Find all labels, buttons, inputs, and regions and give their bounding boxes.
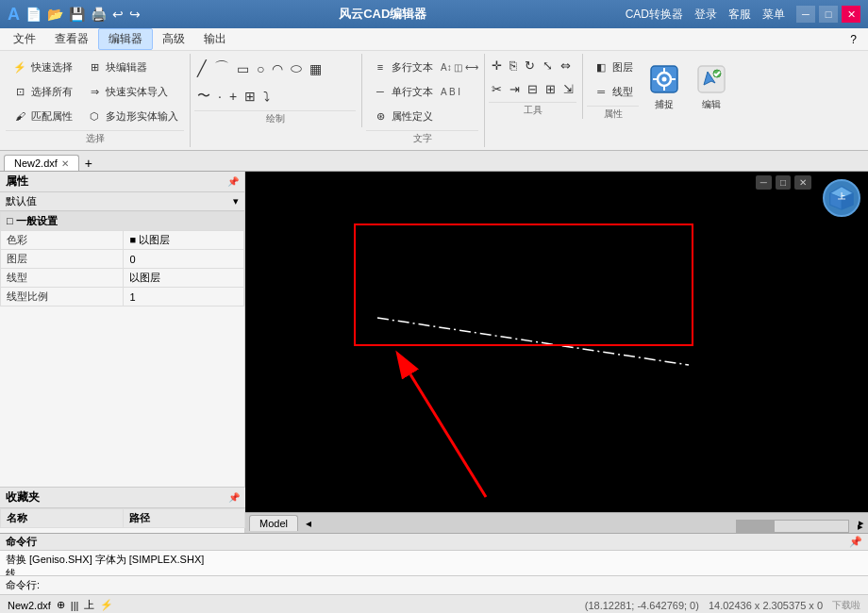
- props-layer-row[interactable]: 图层 0: [1, 250, 244, 269]
- tb-save-icon[interactable]: 💾: [69, 7, 85, 22]
- linetype-btn[interactable]: ═线型: [587, 80, 639, 103]
- draw-point-btn[interactable]: ·: [215, 86, 225, 107]
- status-icon-grid[interactable]: |||: [71, 600, 79, 611]
- tab-close-icon[interactable]: ✕: [61, 158, 69, 169]
- draw-line-btn[interactable]: ╱: [194, 57, 209, 80]
- draw-insert-btn[interactable]: ⤵: [260, 86, 273, 107]
- draw-xline-btn[interactable]: +: [226, 86, 240, 107]
- quick-select-icon: ⚡: [11, 58, 28, 75]
- draw-table-btn[interactable]: ⊞: [242, 86, 259, 107]
- tool-scale-btn[interactable]: ⤡: [540, 56, 556, 75]
- command-title: 命令行: [6, 535, 37, 549]
- menu-output[interactable]: 输出: [194, 29, 236, 49]
- close-button[interactable]: ✕: [842, 6, 860, 23]
- status-left: New2.dxf ⊕ ||| 上 ⚡: [8, 598, 113, 612]
- tool-trim-btn[interactable]: ✂: [489, 79, 505, 99]
- multiline-text-btn[interactable]: ≡多行文本: [366, 56, 439, 78]
- tool-stretch-btn[interactable]: ⇲: [560, 79, 576, 99]
- quick-select-btn[interactable]: ⚡快速选择: [6, 56, 78, 78]
- edit-big-btn[interactable]: 编辑: [690, 59, 733, 116]
- scroll-end-btn[interactable]: ▸: [858, 521, 863, 533]
- cad-converter-btn[interactable]: CAD转换器: [626, 7, 683, 23]
- status-icon-polar[interactable]: ⚡: [100, 599, 113, 611]
- command-pin-icon[interactable]: 📌: [849, 536, 862, 548]
- tab-label: New2.dxf: [14, 157, 58, 169]
- toolbar-group-text: ≡多行文本 A↕ ◫ ⟷ ─单行文本 A B I ⊛属性定义 文字: [364, 54, 485, 147]
- draw-hatch-btn[interactable]: ▦: [307, 58, 325, 79]
- props-ltscale-row[interactable]: 线型比例 1: [1, 288, 244, 306]
- favorites-pin-icon[interactable]: 📌: [228, 492, 240, 503]
- status-icon-snap[interactable]: ⊕: [57, 599, 65, 611]
- attr-define-btn[interactable]: ⊛属性定义: [366, 105, 439, 127]
- select-all-btn[interactable]: ⊡选择所有: [6, 80, 78, 103]
- quick-entity-import-btn[interactable]: ⇒快速实体导入: [80, 80, 174, 103]
- menu-btn[interactable]: 菜单: [762, 7, 785, 23]
- draw-spline-btn[interactable]: 〜: [194, 85, 213, 108]
- add-tab-btn[interactable]: +: [85, 156, 92, 171]
- command-output: 替换 [Geniso.SHX] 字体为 [SIMPLEX.SHX] 线: [0, 551, 868, 575]
- status-icon-ortho[interactable]: 上: [84, 598, 94, 612]
- scrollbar-thumb[interactable]: [737, 521, 775, 532]
- block-editor-btn[interactable]: ⊞块编辑器: [80, 56, 153, 78]
- tb-open-icon[interactable]: 📂: [47, 7, 63, 22]
- props-linetype-row[interactable]: 线型 以图层: [1, 269, 244, 288]
- scroll-left-btn[interactable]: ◂: [306, 517, 311, 530]
- properties-table: □ 一般设置 色彩 ■ 以图层 图层 0 线型 以图层 线型比例 1: [0, 211, 244, 306]
- tool-copy-btn[interactable]: ⎘: [507, 56, 520, 75]
- menu-editor[interactable]: 编辑器: [98, 28, 153, 50]
- snap-label: 捕捉: [655, 98, 674, 111]
- singleline-text-icon: ─: [372, 83, 389, 100]
- edit-icon: [696, 64, 726, 98]
- match-props-icon: 🖌: [11, 108, 28, 124]
- login-btn[interactable]: 登录: [694, 7, 717, 23]
- color-value: ■ 以图层: [124, 231, 244, 250]
- tool-offset-btn[interactable]: ⊟: [525, 79, 541, 99]
- draw-rect-btn[interactable]: ▭: [234, 58, 252, 79]
- model-tab[interactable]: Model: [249, 515, 298, 531]
- tb-new-icon[interactable]: 📄: [25, 7, 42, 22]
- tool-rotate-btn[interactable]: ↻: [522, 56, 538, 75]
- layer-btn[interactable]: ◧图层: [587, 56, 639, 78]
- properties-dropdown[interactable]: 默认值 ▾: [0, 192, 244, 211]
- canvas-scrollbar[interactable]: [736, 520, 849, 533]
- status-logo: 下载啦: [832, 599, 860, 612]
- draw-ellipse-btn[interactable]: ⬭: [288, 58, 305, 79]
- command-input[interactable]: [45, 580, 862, 591]
- cad-drawing[interactable]: [245, 172, 868, 533]
- tb-print-icon[interactable]: 🖨️: [91, 7, 107, 22]
- select-all-icon: ⊡: [11, 83, 28, 100]
- general-settings-label: □ 一般设置: [1, 212, 244, 231]
- props-color-row[interactable]: 色彩 ■ 以图层: [1, 231, 244, 250]
- draw-polyline-btn[interactable]: ⌒: [211, 56, 232, 81]
- help-icon[interactable]: ?: [843, 31, 864, 48]
- tool-mirror-btn[interactable]: ⇔: [558, 56, 574, 75]
- draw-circle-btn[interactable]: ○: [254, 58, 267, 79]
- attr-define-icon: ⊛: [372, 108, 389, 124]
- quick-entity-import-icon: ⇒: [86, 83, 103, 100]
- tb-undo-icon[interactable]: ↩: [112, 7, 124, 22]
- menu-viewer[interactable]: 查看器: [45, 29, 98, 49]
- singleline-text-btn[interactable]: ─单行文本: [366, 80, 439, 103]
- draw-arc-btn[interactable]: ◠: [269, 58, 286, 79]
- tool-array-btn[interactable]: ⊞: [542, 79, 559, 99]
- tb-redo-icon[interactable]: ↪: [129, 7, 141, 22]
- status-bar: New2.dxf ⊕ ||| 上 ⚡ (18.12281; -4.642769;…: [0, 594, 868, 613]
- status-dimensions: 14.02436 x 2.305375 x 0: [709, 600, 823, 611]
- panel-pin-icon[interactable]: 📌: [227, 176, 239, 187]
- tool-move-btn[interactable]: ✛: [489, 56, 505, 75]
- toolbar-group-props: ◧图层 ═线型 属性: [585, 54, 739, 123]
- minimize-button[interactable]: ─: [796, 6, 815, 23]
- properties-title: 属性: [6, 174, 28, 190]
- maximize-button[interactable]: □: [819, 6, 838, 23]
- menu-advanced[interactable]: 高级: [153, 29, 194, 49]
- poly-entity-input-btn[interactable]: ⬡多边形实体输入: [80, 105, 184, 127]
- tab-new2-dxf[interactable]: New2.dxf ✕: [4, 155, 79, 171]
- match-props-btn[interactable]: 🖌匹配属性: [6, 105, 78, 127]
- tool-extend-btn[interactable]: ⇥: [507, 79, 523, 99]
- snap-big-btn[interactable]: 捕捉: [643, 59, 686, 116]
- menu-file[interactable]: 文件: [4, 29, 45, 49]
- service-btn[interactable]: 客服: [728, 7, 751, 23]
- canvas-area[interactable]: ─ □ ✕ 上: [245, 172, 868, 533]
- title-bar: A 📄 📂 💾 🖨️ ↩ ↪ 风云CAD编辑器 CAD转换器 登录 客服 菜单 …: [0, 0, 868, 28]
- canvas-bottom-bar: Model ◂ ▸ ▸: [245, 512, 868, 533]
